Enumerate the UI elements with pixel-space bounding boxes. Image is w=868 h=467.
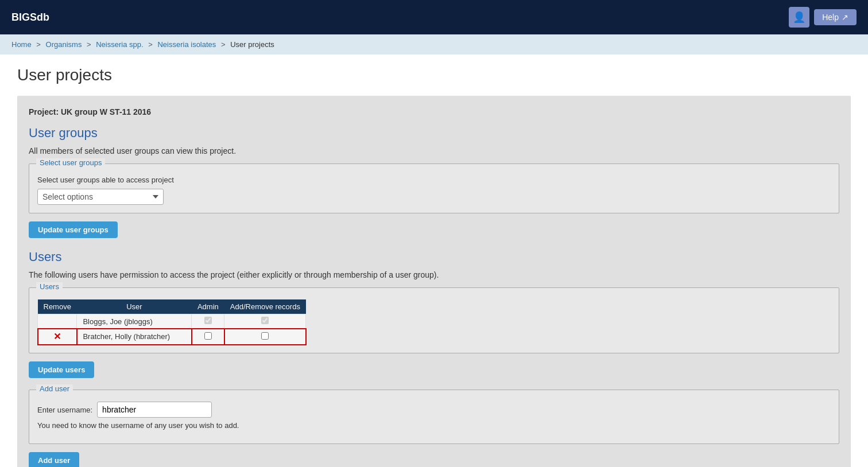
col-user: User: [77, 299, 192, 314]
table-row: Bloggs, Joe (jbloggs): [38, 314, 306, 329]
breadcrumb-sep-1: >: [36, 40, 41, 49]
breadcrumb-sep-4: >: [221, 40, 226, 49]
breadcrumb-sep-2: >: [87, 40, 91, 49]
username-input[interactable]: [97, 402, 212, 418]
add-user-hint: You need to know the username of any use…: [37, 421, 831, 430]
update-user-groups-button[interactable]: Update user groups: [29, 221, 118, 238]
user-groups-select[interactable]: Select options: [37, 189, 164, 205]
add-user-box: Add user Enter username: You need to kno…: [29, 390, 839, 444]
add-remove-cell-2: [224, 329, 306, 345]
project-label: Project: UK group W ST-11 2016: [29, 107, 839, 116]
add-remove-cell-1: [224, 314, 306, 329]
user-groups-section: User groups All members of selected user…: [29, 126, 839, 238]
page-content: User projects Project: UK group W ST-11 …: [0, 55, 868, 467]
users-table: Remove User Admin Add/Remove records Blo…: [37, 299, 306, 345]
select-user-groups-legend: Select user groups: [36, 158, 105, 167]
col-remove: Remove: [38, 299, 77, 314]
add-user-legend: Add user: [36, 384, 73, 393]
help-label: Help: [822, 13, 839, 22]
user-groups-heading: User groups: [29, 126, 839, 141]
external-link-icon: ↗: [842, 13, 848, 22]
user-name-cell-1: Bloggs, Joe (jbloggs): [77, 314, 192, 329]
breadcrumb-sep-3: >: [148, 40, 153, 49]
admin-cell-1: [192, 314, 224, 329]
users-description: The following users have permission to a…: [29, 270, 839, 279]
users-legend: Users: [36, 282, 63, 291]
select-groups-field-label: Select user groups able to access projec…: [37, 176, 831, 184]
breadcrumb-current: User projects: [230, 40, 274, 49]
breadcrumb-neisseria-isolates[interactable]: Neisseria isolates: [157, 40, 216, 49]
users-fieldset-box: Users Remove User Admin Add/Remove recor…: [29, 287, 839, 353]
breadcrumb-home[interactable]: Home: [11, 40, 32, 49]
add-user-inner: Enter username: You need to know the use…: [37, 402, 831, 430]
breadcrumb: Home > Organisms > Neisseria spp. > Neis…: [0, 34, 868, 55]
breadcrumb-organisms[interactable]: Organisms: [46, 40, 82, 49]
admin-cell-2: [192, 329, 224, 345]
username-label: Enter username:: [37, 406, 92, 414]
col-add-remove: Add/Remove records: [224, 299, 306, 314]
admin-checkbox-1[interactable]: [204, 317, 212, 324]
breadcrumb-neisseria-spp[interactable]: Neisseria spp.: [96, 40, 143, 49]
remove-icon[interactable]: ✕: [53, 332, 61, 341]
main-panel: Project: UK group W ST-11 2016 User grou…: [17, 96, 851, 467]
users-heading: Users: [29, 250, 839, 264]
user-icon-button[interactable]: 👤: [789, 7, 809, 28]
add-user-section: Add user Enter username: You need to kno…: [29, 390, 839, 467]
remove-cell-2[interactable]: ✕: [38, 329, 77, 345]
username-input-row: Enter username:: [37, 402, 831, 418]
table-header-row: Remove User Admin Add/Remove records: [38, 299, 306, 314]
top-bar: BIGSdb 👤 Help ↗: [0, 0, 868, 34]
top-bar-actions: 👤 Help ↗: [789, 7, 857, 28]
page-title: User projects: [17, 66, 851, 84]
add-remove-checkbox-2[interactable]: [261, 332, 269, 340]
user-groups-description: All members of selected user groups can …: [29, 146, 839, 155]
users-section: Users The following users have permissio…: [29, 250, 839, 378]
help-button[interactable]: Help ↗: [814, 9, 857, 25]
table-row: ✕ Bratcher, Holly (hbratcher): [38, 329, 306, 345]
remove-cell-1: [38, 314, 77, 329]
update-users-button[interactable]: Update users: [29, 361, 94, 378]
select-user-groups-inner: Select user groups able to access projec…: [37, 176, 831, 205]
select-user-groups-box: Select user groups Select user groups ab…: [29, 164, 839, 213]
add-user-button[interactable]: Add user: [29, 452, 79, 467]
admin-checkbox-2[interactable]: [204, 332, 212, 340]
users-table-wrapper: Remove User Admin Add/Remove records Blo…: [37, 299, 831, 345]
add-remove-checkbox-1[interactable]: [261, 317, 269, 324]
user-name-cell-2: Bratcher, Holly (hbratcher): [77, 329, 192, 345]
col-admin: Admin: [192, 299, 224, 314]
app-title: BIGSdb: [11, 11, 49, 24]
